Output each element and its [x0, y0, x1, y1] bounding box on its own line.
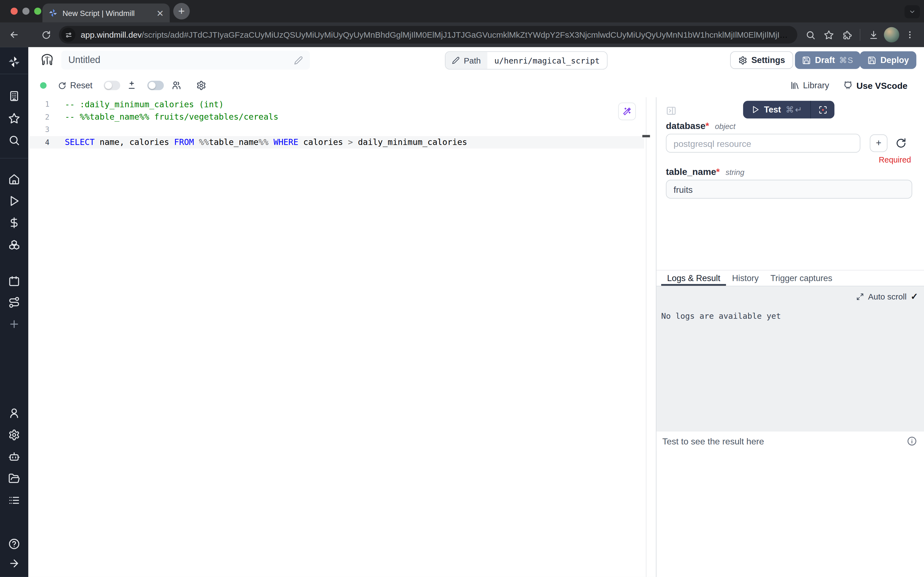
site-settings-button[interactable] [61, 28, 76, 42]
path-chip[interactable]: Path u/henri/magical_script [445, 51, 607, 69]
tab-history[interactable]: History [726, 271, 765, 286]
reset-button[interactable]: Reset [58, 81, 92, 90]
line-number: 1 [28, 100, 50, 109]
database-resource-select[interactable]: postgresql resource [666, 134, 860, 153]
editor-scrollbar[interactable] [646, 97, 647, 577]
reload-button[interactable] [38, 26, 54, 43]
run-panel: Test ⌘↵ database*object postgresql resou… [656, 97, 924, 577]
workers-robot-icon[interactable] [8, 451, 20, 463]
tab-close-icon[interactable]: ✕ [156, 8, 164, 17]
postgresql-elephant-icon [40, 53, 55, 68]
bookmark-button[interactable] [820, 26, 837, 43]
refresh-resources-icon[interactable] [895, 137, 907, 149]
draft-label: Draft [815, 55, 835, 64]
back-button[interactable] [6, 26, 22, 43]
checkmark-icon[interactable]: ✓ [911, 291, 918, 302]
puzzle-icon [842, 30, 852, 40]
use-vscode-button[interactable]: Use VScode [844, 81, 908, 90]
profile-button[interactable] [883, 26, 900, 43]
library-icon [790, 81, 799, 90]
settings-gear-icon[interactable] [8, 429, 20, 441]
expand-sidebar-arrow-icon[interactable] [8, 558, 20, 569]
draft-shortcut: ⌘S [839, 55, 853, 64]
runs-play-icon[interactable] [8, 195, 20, 207]
home-icon[interactable] [8, 173, 20, 185]
workspace-building-icon[interactable] [8, 90, 20, 102]
status-dot [40, 82, 47, 89]
collapse-panel-icon[interactable] [666, 106, 676, 116]
info-icon[interactable] [907, 436, 917, 446]
browser-tab[interactable]: New Script | Windmill ✕ [42, 3, 170, 23]
result-empty-message: Test to see the result here [662, 436, 764, 446]
logs-list-icon[interactable] [8, 495, 20, 506]
deploy-button[interactable]: Deploy [860, 51, 916, 69]
database-field-row: postgresql resource + [666, 134, 907, 153]
auto-scroll-control[interactable]: Auto scroll ✓ [856, 291, 918, 302]
window-zoom-button[interactable] [34, 8, 41, 15]
settings-button[interactable]: Settings [730, 51, 794, 69]
help-circle-icon[interactable] [8, 538, 20, 550]
new-tab-button[interactable]: + [173, 3, 190, 19]
gear-icon [738, 56, 747, 64]
tab-trigger-captures[interactable]: Trigger captures [765, 271, 838, 286]
downloads-button[interactable] [865, 26, 882, 43]
line-number: 3 [28, 125, 50, 134]
user-icon[interactable] [8, 407, 20, 419]
draft-button[interactable]: Draft ⌘S [795, 51, 861, 69]
table-name-field[interactable] [673, 184, 905, 194]
logs-area: Auto scroll ✓ No logs are available yet [657, 286, 924, 431]
download-icon [868, 30, 878, 40]
collab-toggle[interactable] [147, 81, 164, 90]
main-column: Path u/henri/magical_script Settings Dra… [28, 47, 924, 577]
tab-search-button[interactable] [905, 5, 920, 18]
extensions-button[interactable] [839, 26, 855, 43]
address-bar[interactable]: app.windmill.dev/scripts/add#JTdCJTIyaGF… [59, 26, 797, 44]
test-shortcut: ⌘↵ [786, 105, 803, 114]
browser-navbar: app.windmill.dev/scripts/add#JTdCJTIyaGF… [0, 22, 924, 47]
search-icon[interactable] [8, 134, 20, 146]
expand-icon[interactable] [856, 293, 864, 300]
ai-assistant-button[interactable] [618, 103, 636, 120]
window-minimize-button[interactable] [22, 8, 29, 15]
sidebar-divider [0, 74, 28, 74]
code-editor[interactable]: 1 -- :daily_minimum_calories (int) 2 -- … [28, 97, 656, 577]
tab-title: New Script | Windmill [63, 8, 156, 17]
editor-settings-gear-icon[interactable] [196, 81, 206, 90]
pencil-icon [452, 56, 460, 64]
code-line-active: 4 SELECT name, calories FROM %%table_nam… [28, 136, 644, 148]
library-button[interactable]: Library [790, 81, 829, 90]
database-placeholder: postgresql resource [673, 139, 751, 148]
pencil-icon[interactable] [294, 56, 303, 64]
script-name-input[interactable] [61, 51, 310, 69]
resources-boxes-icon[interactable] [8, 239, 20, 251]
variables-dollar-icon[interactable] [8, 217, 20, 229]
tune-icon [64, 31, 72, 39]
vscode-cat-icon [844, 81, 853, 90]
browser-menu-button[interactable] [902, 26, 918, 43]
reset-label: Reset [70, 81, 92, 90]
zoom-button[interactable] [802, 26, 818, 43]
code-text: SELECT name, calories FROM %%table_name%… [65, 137, 467, 147]
table-name-input[interactable] [666, 180, 912, 199]
folders-icon[interactable] [8, 473, 20, 485]
favorites-star-icon[interactable] [8, 113, 20, 124]
screen: New Script | Windmill ✕ + app.windmill.d… [0, 0, 924, 577]
tab-logs-result[interactable]: Logs & Result [661, 271, 726, 286]
add-resource-button[interactable]: + [870, 134, 887, 152]
overview-ruler-mark [642, 135, 650, 137]
path-value: u/henri/magical_script [487, 52, 607, 69]
test-button[interactable]: Test ⌘↵ [743, 101, 810, 118]
window-controls [11, 8, 41, 15]
database-field-type: object [715, 122, 736, 131]
add-plus-icon[interactable] [8, 318, 20, 330]
schedules-calendar-icon[interactable] [8, 275, 20, 287]
window-close-button[interactable] [11, 8, 18, 15]
routes-icon[interactable] [8, 297, 20, 308]
test-capture-button[interactable] [811, 101, 835, 118]
script-name-field[interactable] [68, 55, 294, 66]
magic-wand-icon [622, 107, 632, 116]
navbar-actions [802, 26, 918, 43]
panel-tabs: Logs & Result History Trigger captures [657, 270, 924, 286]
diff-toggle[interactable] [104, 81, 120, 90]
windmill-logo-icon[interactable] [8, 55, 21, 68]
